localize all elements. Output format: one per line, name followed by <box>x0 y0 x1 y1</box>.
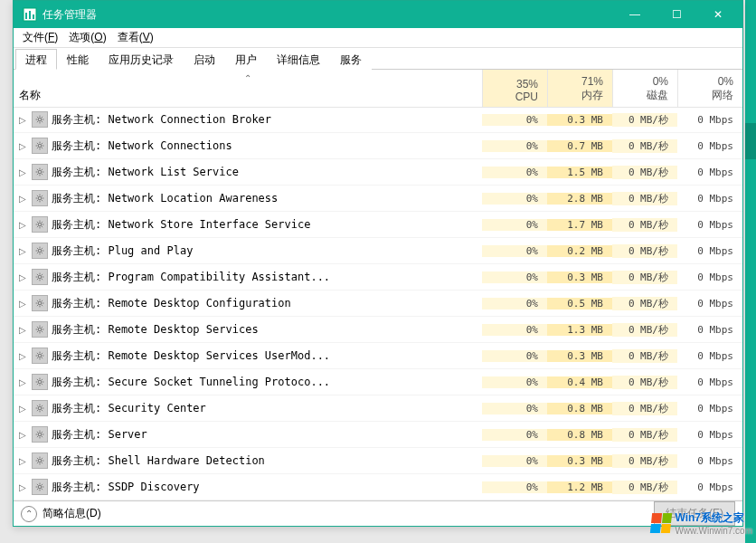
tab-5[interactable]: 详细信息 <box>267 49 330 70</box>
column-header-name[interactable]: ⌃ 名称 <box>14 70 482 107</box>
minimize-button[interactable]: — <box>614 1 656 28</box>
column-header-network[interactable]: 0% 网络 <box>677 70 742 107</box>
svg-point-40 <box>38 223 42 226</box>
expand-icon[interactable]: ▷ <box>14 272 28 282</box>
menu-options[interactable]: 选项(O) <box>63 28 111 47</box>
menubar: 文件(F)选项(O)查看(V) <box>14 28 742 48</box>
network-cell: 0 Mbps <box>677 403 742 414</box>
expand-icon[interactable]: ▷ <box>14 299 28 309</box>
memory-cell: 0.2 MB <box>547 245 612 257</box>
table-row[interactable]: ▷服务主机: Network Location Awareness0%2.8 M… <box>14 186 742 212</box>
svg-line-119 <box>37 436 38 437</box>
svg-line-128 <box>37 462 38 463</box>
table-row[interactable]: ▷服务主机: Network Connections0%0.7 MB0 MB/秒… <box>14 133 742 159</box>
memory-cell: 0.5 MB <box>547 298 612 310</box>
table-row[interactable]: ▷服务主机: Program Compatibility Assistant..… <box>14 264 742 291</box>
svg-line-10 <box>42 121 43 122</box>
tab-3[interactable]: 启动 <box>184 49 225 70</box>
svg-point-22 <box>38 170 42 174</box>
close-button[interactable]: ✕ <box>697 1 739 28</box>
app-icon <box>23 7 37 22</box>
expand-icon[interactable]: ▷ <box>14 404 28 414</box>
gear-icon <box>32 111 48 128</box>
svg-line-137 <box>37 489 38 490</box>
disk-cell: 0 MB/秒 <box>612 297 677 310</box>
menu-file[interactable]: 文件(F) <box>17 28 63 47</box>
svg-line-12 <box>42 117 43 118</box>
network-cell: 0 Mbps <box>677 455 742 467</box>
memory-cell: 1.5 MB <box>547 167 612 178</box>
expand-icon[interactable]: ▷ <box>14 141 28 151</box>
expand-icon[interactable]: ▷ <box>14 456 28 466</box>
memory-cell: 0.7 MB <box>547 140 612 152</box>
expand-icon[interactable]: ▷ <box>14 115 28 125</box>
expand-icon[interactable]: ▷ <box>14 377 28 387</box>
end-task-button[interactable]: 结束任务(E) <box>654 501 735 526</box>
svg-line-82 <box>42 331 43 332</box>
disk-cell: 0 MB/秒 <box>612 481 677 494</box>
gear-icon <box>32 452 48 469</box>
network-cell: 0 Mbps <box>677 140 742 152</box>
memory-cell: 0.3 MB <box>547 455 612 467</box>
column-header-memory[interactable]: 71% 内存 <box>547 70 612 107</box>
table-row[interactable]: ▷服务主机: Shell Hardware Detection0%0.3 MB0… <box>14 448 742 474</box>
background-edge <box>745 0 756 543</box>
svg-line-65 <box>37 279 38 280</box>
table-row[interactable]: ▷服务主机: Secure Socket Tunneling Protoco..… <box>14 369 742 395</box>
expand-icon[interactable]: ▷ <box>14 482 28 492</box>
svg-line-74 <box>37 305 38 306</box>
tab-4[interactable]: 用户 <box>225 49 267 70</box>
cpu-label: CPU <box>485 90 538 103</box>
svg-line-81 <box>37 327 38 328</box>
svg-line-30 <box>42 169 43 170</box>
process-list[interactable]: ▷服务主机: Network Connection Broker0%0.3 MB… <box>14 108 742 500</box>
svg-line-57 <box>42 248 43 249</box>
expand-icon[interactable]: ▷ <box>14 430 28 440</box>
column-header-disk[interactable]: 0% 磁盘 <box>612 70 677 107</box>
table-row[interactable]: ▷服务主机: Plug and Play0%0.2 MB0 MB/秒0 Mbps <box>14 238 742 264</box>
network-cell: 0 Mbps <box>677 350 742 362</box>
expand-icon[interactable]: ▷ <box>14 246 28 256</box>
svg-point-130 <box>38 485 42 489</box>
svg-line-127 <box>42 462 43 463</box>
svg-line-20 <box>37 148 38 148</box>
network-label: 网络 <box>680 88 733 103</box>
fewer-details-button[interactable]: ⌃ 简略信息(D) <box>21 506 101 522</box>
table-row[interactable]: ▷服务主机: Remote Desktop Services0%1.3 MB0 … <box>14 317 742 343</box>
table-row[interactable]: ▷服务主机: Server0%0.8 MB0 MB/秒0 Mbps <box>14 422 742 448</box>
tab-0[interactable]: 进程 <box>15 49 57 70</box>
column-header-cpu[interactable]: 35% CPU <box>482 70 547 107</box>
table-row[interactable]: ▷服务主机: SSDP Discovery0%1.2 MB0 MB/秒0 Mbp… <box>14 474 742 500</box>
table-row[interactable]: ▷服务主机: Remote Desktop Configuration0%0.5… <box>14 291 742 317</box>
expand-icon[interactable]: ▷ <box>14 325 28 335</box>
titlebar[interactable]: 任务管理器 — ☐ ✕ <box>14 1 742 28</box>
expand-icon[interactable]: ▷ <box>14 194 28 204</box>
svg-point-76 <box>38 328 42 331</box>
table-row[interactable]: ▷服务主机: Network List Service0%1.5 MB0 MB/… <box>14 159 742 186</box>
table-row[interactable]: ▷服务主机: Network Connection Broker0%0.3 MB… <box>14 108 742 133</box>
svg-line-100 <box>42 384 43 385</box>
cpu-cell: 0% <box>482 429 547 441</box>
table-row[interactable]: ▷服务主机: Network Store Interface Service0%… <box>14 212 742 238</box>
memory-cell: 0.4 MB <box>547 376 612 388</box>
expand-icon[interactable]: ▷ <box>14 220 28 230</box>
process-name: 服务主机: Secure Socket Tunneling Protoco... <box>52 375 482 390</box>
tab-1[interactable]: 性能 <box>57 49 99 70</box>
svg-line-29 <box>37 174 38 175</box>
table-row[interactable]: ▷服务主机: Security Center0%0.8 MB0 MB/秒0 Mb… <box>14 395 742 422</box>
fewer-details-label: 简略信息(D) <box>43 506 101 521</box>
table-row[interactable]: ▷服务主机: Remote Desktop Services UserMod..… <box>14 343 742 369</box>
tab-6[interactable]: 服务 <box>330 49 372 70</box>
svg-line-117 <box>37 432 38 433</box>
maximize-button[interactable]: ☐ <box>656 1 697 28</box>
expand-icon[interactable]: ▷ <box>14 351 28 361</box>
svg-point-4 <box>38 118 42 121</box>
tab-2[interactable]: 应用历史记录 <box>99 49 184 70</box>
menu-view[interactable]: 查看(V) <box>112 28 159 47</box>
memory-cell: 2.8 MB <box>547 193 612 205</box>
expand-icon[interactable]: ▷ <box>14 167 28 177</box>
network-cell: 0 Mbps <box>677 324 742 336</box>
disk-label: 磁盘 <box>615 88 668 103</box>
cpu-cell: 0% <box>482 140 547 152</box>
svg-line-73 <box>42 305 43 306</box>
